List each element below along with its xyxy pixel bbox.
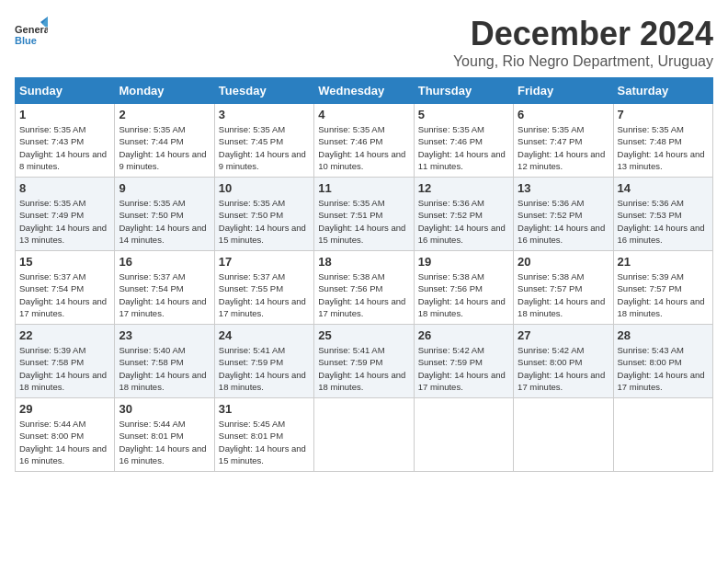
day-number: 26 — [418, 328, 509, 342]
day-info: Sunrise: 5:42 AMSunset: 7:59 PMDaylight:… — [418, 344, 509, 393]
day-number: 28 — [618, 328, 709, 342]
calendar-cell: 26Sunrise: 5:42 AMSunset: 7:59 PMDayligh… — [414, 325, 513, 398]
day-info: Sunrise: 5:43 AMSunset: 8:00 PMDaylight:… — [618, 344, 709, 393]
day-number: 4 — [318, 108, 409, 121]
calendar-cell — [314, 398, 414, 472]
day-number: 11 — [318, 181, 409, 195]
day-info: Sunrise: 5:35 AMSunset: 7:46 PMDaylight:… — [418, 123, 509, 172]
calendar-cell: 15Sunrise: 5:37 AMSunset: 7:54 PMDayligh… — [16, 251, 115, 325]
day-info: Sunrise: 5:36 AMSunset: 7:52 PMDaylight:… — [418, 197, 509, 246]
calendar-cell: 23Sunrise: 5:40 AMSunset: 7:58 PMDayligh… — [115, 325, 214, 398]
day-number: 20 — [518, 255, 609, 269]
day-info: Sunrise: 5:38 AMSunset: 7:57 PMDaylight:… — [518, 270, 609, 319]
calendar-cell: 12Sunrise: 5:36 AMSunset: 7:52 PMDayligh… — [414, 178, 513, 251]
day-number: 2 — [119, 108, 210, 121]
calendar-cell: 18Sunrise: 5:38 AMSunset: 7:56 PMDayligh… — [314, 251, 414, 325]
calendar-cell: 13Sunrise: 5:36 AMSunset: 7:52 PMDayligh… — [514, 178, 613, 251]
day-info: Sunrise: 5:35 AMSunset: 7:50 PMDaylight:… — [219, 197, 310, 246]
day-number: 18 — [318, 255, 409, 269]
day-info: Sunrise: 5:42 AMSunset: 8:00 PMDaylight:… — [518, 344, 609, 393]
day-of-week-thursday: Thursday — [414, 78, 513, 104]
day-number: 30 — [119, 402, 210, 416]
day-number: 5 — [418, 108, 509, 121]
calendar-week-1: 1Sunrise: 5:35 AMSunset: 7:43 PMDaylight… — [16, 104, 713, 178]
day-info: Sunrise: 5:36 AMSunset: 7:52 PMDaylight:… — [518, 197, 609, 246]
day-info: Sunrise: 5:44 AMSunset: 8:01 PMDaylight:… — [119, 418, 210, 466]
calendar-cell: 10Sunrise: 5:35 AMSunset: 7:50 PMDayligh… — [214, 178, 313, 251]
day-info: Sunrise: 5:37 AMSunset: 7:54 PMDaylight:… — [19, 270, 110, 319]
day-number: 21 — [618, 255, 709, 269]
day-info: Sunrise: 5:35 AMSunset: 7:47 PMDaylight:… — [518, 123, 609, 172]
day-info: Sunrise: 5:38 AMSunset: 7:56 PMDaylight:… — [418, 270, 509, 319]
day-of-week-friday: Friday — [514, 78, 613, 104]
calendar-cell: 19Sunrise: 5:38 AMSunset: 7:56 PMDayligh… — [414, 251, 513, 325]
day-number: 12 — [418, 181, 509, 195]
calendar-cell — [414, 398, 513, 472]
location-title: Young, Rio Negro Department, Uruguay — [453, 53, 713, 70]
day-number: 1 — [19, 108, 110, 121]
day-info: Sunrise: 5:41 AMSunset: 7:59 PMDaylight:… — [318, 344, 409, 393]
day-number: 15 — [19, 255, 110, 269]
day-number: 6 — [518, 108, 609, 121]
calendar-cell — [514, 398, 613, 472]
logo: General Blue — [15, 15, 48, 52]
day-info: Sunrise: 5:37 AMSunset: 7:55 PMDaylight:… — [219, 270, 310, 319]
calendar-cell: 7Sunrise: 5:35 AMSunset: 7:48 PMDaylight… — [613, 104, 712, 178]
calendar-cell: 16Sunrise: 5:37 AMSunset: 7:54 PMDayligh… — [115, 251, 214, 325]
day-info: Sunrise: 5:35 AMSunset: 7:45 PMDaylight:… — [219, 123, 310, 172]
day-number: 13 — [518, 181, 609, 195]
calendar-cell: 11Sunrise: 5:35 AMSunset: 7:51 PMDayligh… — [314, 178, 414, 251]
day-info: Sunrise: 5:40 AMSunset: 7:58 PMDaylight:… — [119, 344, 210, 393]
day-info: Sunrise: 5:44 AMSunset: 8:00 PMDaylight:… — [19, 418, 110, 466]
day-number: 31 — [219, 402, 310, 416]
calendar-cell: 25Sunrise: 5:41 AMSunset: 7:59 PMDayligh… — [314, 325, 414, 398]
calendar-cell: 30Sunrise: 5:44 AMSunset: 8:01 PMDayligh… — [115, 398, 214, 472]
calendar-cell: 6Sunrise: 5:35 AMSunset: 7:47 PMDaylight… — [514, 104, 613, 178]
day-number: 22 — [19, 328, 110, 342]
day-of-week-wednesday: Wednesday — [314, 78, 414, 104]
calendar-cell: 14Sunrise: 5:36 AMSunset: 7:53 PMDayligh… — [613, 178, 712, 251]
day-number: 10 — [219, 181, 310, 195]
calendar-header: General Blue December 2024 Young, Rio Ne… — [15, 15, 713, 70]
calendar-week-5: 29Sunrise: 5:44 AMSunset: 8:00 PMDayligh… — [16, 398, 713, 472]
day-of-week-monday: Monday — [115, 78, 214, 104]
calendar-cell: 17Sunrise: 5:37 AMSunset: 7:55 PMDayligh… — [214, 251, 313, 325]
day-of-week-tuesday: Tuesday — [214, 78, 313, 104]
calendar-cell: 5Sunrise: 5:35 AMSunset: 7:46 PMDaylight… — [414, 104, 513, 178]
day-of-week-saturday: Saturday — [613, 78, 712, 104]
day-number: 7 — [618, 108, 709, 121]
svg-text:Blue: Blue — [15, 35, 37, 46]
calendar-cell: 1Sunrise: 5:35 AMSunset: 7:43 PMDaylight… — [16, 104, 115, 178]
calendar-cell: 29Sunrise: 5:44 AMSunset: 8:00 PMDayligh… — [16, 398, 115, 472]
day-info: Sunrise: 5:39 AMSunset: 7:57 PMDaylight:… — [618, 270, 709, 319]
day-number: 23 — [119, 328, 210, 342]
day-info: Sunrise: 5:37 AMSunset: 7:54 PMDaylight:… — [119, 270, 210, 319]
day-of-week-sunday: Sunday — [16, 78, 115, 104]
day-info: Sunrise: 5:39 AMSunset: 7:58 PMDaylight:… — [19, 344, 110, 393]
day-number: 9 — [119, 181, 210, 195]
day-info: Sunrise: 5:38 AMSunset: 7:56 PMDaylight:… — [318, 270, 409, 319]
calendar-header-row: SundayMondayTuesdayWednesdayThursdayFrid… — [16, 78, 713, 104]
title-area: December 2024 Young, Rio Negro Departmen… — [453, 15, 713, 70]
calendar-table: SundayMondayTuesdayWednesdayThursdayFrid… — [15, 77, 713, 472]
day-number: 16 — [119, 255, 210, 269]
day-number: 3 — [219, 108, 310, 121]
calendar-week-2: 8Sunrise: 5:35 AMSunset: 7:49 PMDaylight… — [16, 178, 713, 251]
calendar-cell: 3Sunrise: 5:35 AMSunset: 7:45 PMDaylight… — [214, 104, 313, 178]
day-info: Sunrise: 5:36 AMSunset: 7:53 PMDaylight:… — [618, 197, 709, 246]
calendar-cell — [613, 398, 712, 472]
calendar-week-3: 15Sunrise: 5:37 AMSunset: 7:54 PMDayligh… — [16, 251, 713, 325]
day-info: Sunrise: 5:35 AMSunset: 7:46 PMDaylight:… — [318, 123, 409, 172]
calendar-cell: 28Sunrise: 5:43 AMSunset: 8:00 PMDayligh… — [613, 325, 712, 398]
day-number: 24 — [219, 328, 310, 342]
svg-text:General: General — [15, 24, 48, 35]
calendar-cell: 24Sunrise: 5:41 AMSunset: 7:59 PMDayligh… — [214, 325, 313, 398]
calendar-cell: 20Sunrise: 5:38 AMSunset: 7:57 PMDayligh… — [514, 251, 613, 325]
day-info: Sunrise: 5:35 AMSunset: 7:44 PMDaylight:… — [119, 123, 210, 172]
calendar-cell: 8Sunrise: 5:35 AMSunset: 7:49 PMDaylight… — [16, 178, 115, 251]
day-number: 8 — [19, 181, 110, 195]
calendar-cell: 9Sunrise: 5:35 AMSunset: 7:50 PMDaylight… — [115, 178, 214, 251]
calendar-cell: 27Sunrise: 5:42 AMSunset: 8:00 PMDayligh… — [514, 325, 613, 398]
calendar-week-4: 22Sunrise: 5:39 AMSunset: 7:58 PMDayligh… — [16, 325, 713, 398]
day-info: Sunrise: 5:35 AMSunset: 7:51 PMDaylight:… — [318, 197, 409, 246]
